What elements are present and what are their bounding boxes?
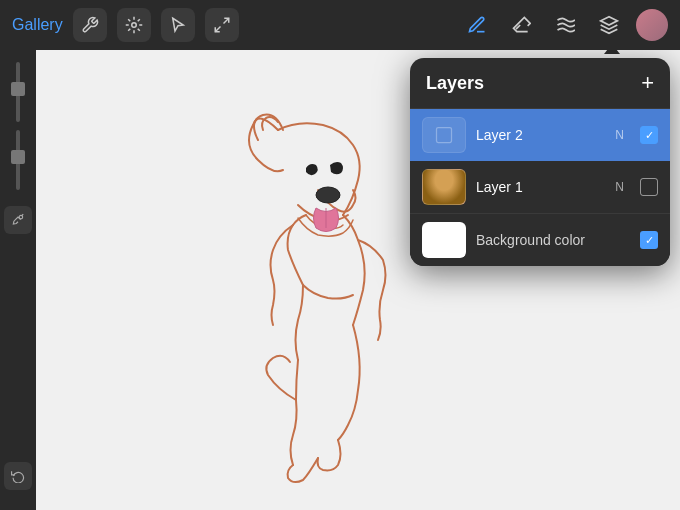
opacity-slider[interactable] (16, 130, 20, 190)
layer-mode: N (615, 180, 624, 194)
layers-icon[interactable] (592, 8, 626, 42)
undo-button[interactable] (4, 462, 32, 490)
svg-rect-7 (437, 128, 452, 143)
layer-row[interactable]: Layer 2 N (410, 109, 670, 161)
selection-icon[interactable] (161, 8, 195, 42)
svg-point-0 (131, 23, 136, 28)
avatar[interactable] (636, 9, 668, 41)
background-color-swatch (422, 222, 466, 258)
pen-icon[interactable] (460, 8, 494, 42)
layer-name: Layer 1 (476, 179, 605, 195)
add-layer-button[interactable]: + (641, 72, 654, 94)
layers-header: Layers + (410, 58, 670, 109)
adjust-icon[interactable] (117, 8, 151, 42)
background-color-label: Background color (476, 232, 630, 248)
svg-marker-3 (601, 17, 618, 25)
brush-size-slider[interactable] (16, 62, 20, 122)
toolbar: Gallery (0, 0, 680, 50)
toolbar-right (460, 8, 668, 42)
svg-point-5 (316, 187, 340, 203)
layer-thumbnail (422, 169, 466, 205)
layers-title: Layers (426, 73, 484, 94)
layer-thumbnail (422, 117, 466, 153)
layer-visibility-toggle[interactable] (640, 178, 658, 196)
eyedropper-button[interactable] (4, 206, 32, 234)
background-visibility-toggle[interactable] (640, 231, 658, 249)
layer-mode: N (615, 128, 624, 142)
background-color-row[interactable]: Background color (410, 213, 670, 266)
svg-line-1 (223, 18, 228, 23)
svg-point-4 (19, 215, 23, 219)
wrench-icon[interactable] (73, 8, 107, 42)
svg-line-2 (215, 27, 220, 32)
smudge-icon[interactable] (548, 8, 582, 42)
gallery-button[interactable]: Gallery (12, 16, 63, 34)
transform-icon[interactable] (205, 8, 239, 42)
eraser-icon[interactable] (504, 8, 538, 42)
left-sidebar (0, 50, 36, 510)
layer-visibility-toggle[interactable] (640, 126, 658, 144)
toolbar-left: Gallery (12, 8, 239, 42)
layers-panel: Layers + Layer 2 N Layer 1 N Background … (410, 58, 670, 266)
layer-name: Layer 2 (476, 127, 605, 143)
layer-row[interactable]: Layer 1 N (410, 161, 670, 213)
